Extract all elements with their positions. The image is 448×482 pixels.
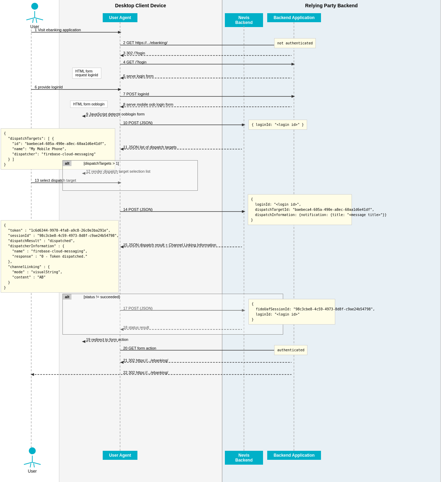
authenticated-box: authenticated [274, 345, 307, 355]
user-actor-top: User [26, 3, 43, 29]
msg-14: 14 POST (JSON) [123, 207, 153, 212]
msg-1: 1 Visit ebanking application [35, 28, 81, 32]
relying-label: Relying Party Backend [305, 3, 358, 8]
msg-5: 5 serve login form [123, 74, 153, 78]
msg-20: 20 GET form action [123, 346, 156, 350]
dispatch-result-box: { "token" : "1c6d6344-9970-4fa8-a9c8-26c… [1, 220, 119, 293]
msg-11: 11 JSON list of dispatch targets [123, 145, 177, 149]
user-label-bottom: User [24, 469, 41, 474]
user-agent-box-top: User Agent [103, 13, 137, 22]
login-id-json-box: { loginId: "<login id>" } [248, 120, 307, 130]
msg-21: 21 302 https://.../ebanking/ [123, 358, 168, 362]
msg-8: 8 serve mobile oob login form [123, 102, 173, 106]
alt-label-1: alt [63, 161, 71, 166]
msg-6: 6 provide loginId [35, 85, 63, 89]
diagram-container: Desktop Client Device Relying Party Back… [0, 0, 448, 482]
msg-9: 9 JavaScript detects ooblogin form [86, 112, 145, 116]
msg-19: 19 redirect to form action [86, 337, 128, 342]
alt-condition-1: [dispatchTargets > 1] [84, 161, 119, 165]
user-icon-top [31, 3, 38, 10]
msg-3: 3 302 /?login [123, 51, 145, 55]
html-form-oob: HTML form ooblogin [70, 101, 108, 108]
swimlane-relying [222, 0, 441, 482]
post-14-json-box: { loginId: "<login id>", dispatchTargetI… [248, 194, 352, 225]
alt-frame-1: alt [dispatchTargets > 1] [62, 160, 198, 191]
msg-10: 10 POST (JSON) [123, 121, 153, 125]
msg-22: 22 302 https://.../ebanking/ [123, 370, 168, 375]
user-agent-box-bottom: User Agent [103, 451, 137, 460]
user-icon-bottom [29, 447, 36, 454]
nevis-backend-box-top: Nevis Backend [225, 13, 263, 27]
backend-app-box-top: Backend Application [267, 13, 321, 22]
msg-7: 7 POST loginId [123, 92, 149, 96]
nevis-backend-box-bottom: Nevis Backend [225, 451, 263, 465]
desktop-label: Desktop Client Device [115, 3, 166, 8]
msg-4: 4 GET /?login [123, 60, 146, 64]
post-17-json-box: { fidoUafSessionId: "98c3cbe8-4c59-4973-… [248, 299, 335, 325]
html-form-loginid: HTML form request loginId [72, 68, 101, 79]
msg-15: 15 JSON dispatch result + Channel Linkin… [123, 243, 216, 247]
swimlane-desktop-header: Desktop Client Device [59, 0, 222, 11]
swimlane-relying-header: Relying Party Backend [222, 0, 441, 11]
msg-2: 2 GET https://.../ebanking/ [123, 41, 168, 45]
svg-marker-47 [31, 373, 34, 376]
not-authenticated-box: not authenticated [274, 38, 316, 48]
backend-app-box-bottom: Backend Application [267, 451, 321, 460]
alt-condition-2: [status != succeeded] [84, 295, 120, 299]
alt-label-2: alt [63, 294, 71, 300]
user-actor-bottom: User [24, 447, 41, 474]
